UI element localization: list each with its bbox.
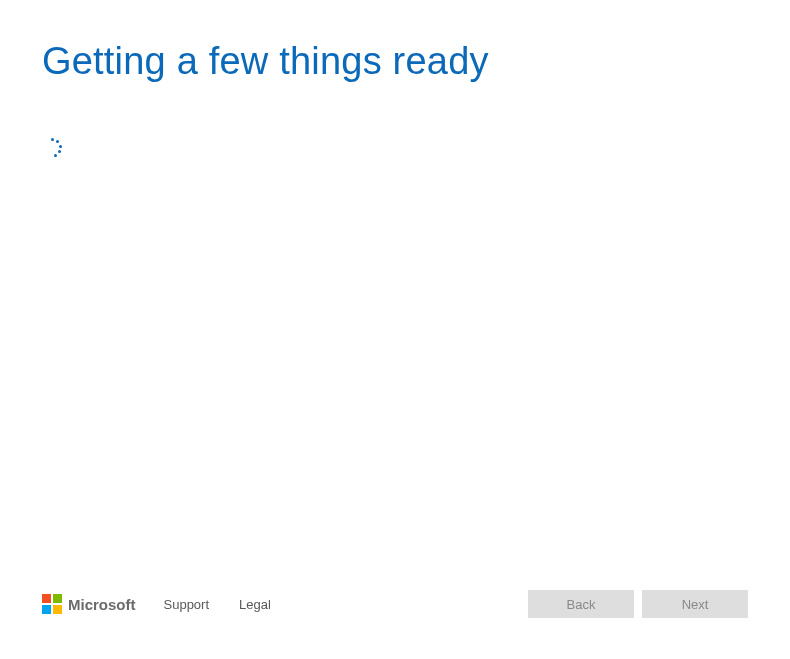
- footer-buttons: Back Next: [528, 590, 748, 618]
- legal-link[interactable]: Legal: [239, 597, 271, 612]
- microsoft-logo-text: Microsoft: [68, 596, 136, 613]
- footer: Microsoft Support Legal Back Next: [0, 589, 790, 619]
- microsoft-logo-icon: [42, 594, 62, 614]
- support-link[interactable]: Support: [164, 597, 210, 612]
- page-title: Getting a few things ready: [42, 40, 489, 83]
- back-button[interactable]: Back: [528, 590, 634, 618]
- microsoft-logo: Microsoft: [42, 594, 136, 614]
- footer-links: Support Legal: [164, 597, 271, 612]
- loading-spinner-icon: [42, 138, 62, 158]
- next-button[interactable]: Next: [642, 590, 748, 618]
